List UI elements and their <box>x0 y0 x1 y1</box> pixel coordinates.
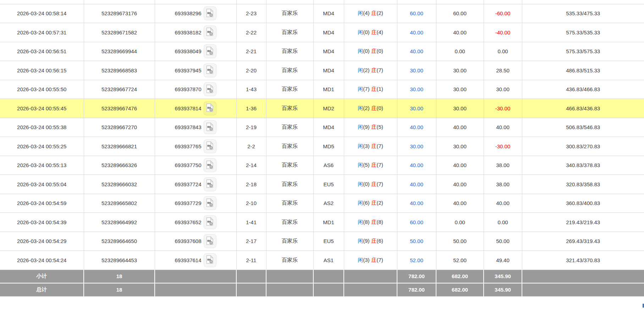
video-replay-button[interactable] <box>204 82 216 96</box>
valid-bet-link[interactable]: 30.00 <box>410 105 423 111</box>
pagination-edge[interactable] <box>643 304 644 308</box>
table-row[interactable]: 2026-03-24 00:55:50523289667724693937870… <box>0 80 644 99</box>
cell-balance: 321.43/370.83 <box>522 251 644 270</box>
cell-valid-bet: 30.00 <box>397 137 436 156</box>
video-replay-button[interactable] <box>204 6 216 20</box>
cell-order-id: 523289666032 <box>84 175 155 194</box>
game-no-wrap: 693937724 <box>155 177 236 191</box>
cell-bet: 30.00 <box>436 80 484 99</box>
valid-bet-link[interactable]: 40.00 <box>410 162 423 168</box>
video-replay-button[interactable] <box>204 26 216 39</box>
banker-score: (0) <box>377 105 383 111</box>
cell-round: 2-22 <box>236 23 266 42</box>
table-row[interactable]: 2026-03-24 00:58:14523289673176693938296… <box>0 4 644 23</box>
video-replay-button[interactable] <box>204 139 216 153</box>
cell-order-id: 523289669944 <box>84 42 155 61</box>
cell-round: 1-43 <box>236 80 266 99</box>
table-row[interactable]: 2026-03-24 00:56:15523289668583693937945… <box>0 61 644 80</box>
valid-bet-link[interactable]: 40.00 <box>410 29 423 35</box>
game-no-wrap: 693937652 <box>155 215 236 229</box>
table-row[interactable]: 2026-03-24 00:55:13523289666326693937750… <box>0 156 644 175</box>
banker-score: (7) <box>377 143 383 149</box>
video-replay-button[interactable] <box>204 158 216 172</box>
table-row[interactable]: 2026-03-24 00:55:38523289667270693937843… <box>0 118 644 137</box>
cell-win-loss: 30.00 <box>484 80 522 99</box>
broken-video-icon <box>206 141 214 151</box>
cell-result: 闲(5)庄(7) <box>344 156 397 175</box>
cell-order-id: 523289664650 <box>84 232 155 251</box>
cell-balance: 360.83/400.83 <box>522 194 644 213</box>
cell-result: 闲(0)庄(0) <box>344 42 397 61</box>
valid-bet-link[interactable]: 40.00 <box>410 181 423 187</box>
cell-game-no: 693937652 <box>155 213 236 232</box>
cell-valid-bet: 30.00 <box>397 80 436 99</box>
video-replay-button[interactable] <box>204 101 216 115</box>
valid-bet-link[interactable]: 30.00 <box>410 86 423 92</box>
cell-game-type: 百家乐 <box>266 213 313 232</box>
valid-bet-link[interactable]: 40.00 <box>410 48 423 54</box>
cell-order-id: 523289673176 <box>84 4 155 23</box>
valid-bet-link[interactable]: 60.00 <box>410 10 423 16</box>
banker-score: (0) <box>377 48 383 54</box>
video-replay-button[interactable] <box>204 44 216 58</box>
cell-game-type: 百家乐 <box>266 61 313 80</box>
table-row[interactable]: 2026-03-24 00:54:59523289665802693937729… <box>0 194 644 213</box>
banker-score: (7) <box>377 181 383 187</box>
video-replay-button[interactable] <box>204 64 216 77</box>
footer-valid-bet: 782.00 <box>397 283 436 297</box>
cell-time: 2026-03-24 00:55:25 <box>0 137 84 156</box>
table-row[interactable]: 2026-03-24 00:55:45523289667476693937814… <box>0 99 644 118</box>
cell-win-loss: -30.00 <box>484 137 522 156</box>
game-no-text: 693937652 <box>175 219 201 225</box>
table-row[interactable]: 2026-03-24 00:54:39523289664992693937652… <box>0 213 644 232</box>
video-replay-button[interactable] <box>204 196 216 210</box>
player-label: 闲 <box>358 67 363 73</box>
cell-valid-bet: 52.00 <box>397 251 436 270</box>
valid-bet-link[interactable]: 30.00 <box>410 143 423 149</box>
valid-bet-link[interactable]: 52.00 <box>410 257 423 263</box>
video-replay-button[interactable] <box>204 234 216 248</box>
valid-bet-link[interactable]: 30.00 <box>410 67 423 73</box>
table-row[interactable]: 2026-03-24 00:57:31523289671582693938182… <box>0 23 644 42</box>
table-row[interactable]: 2026-03-24 00:55:25523289666821693937765… <box>0 137 644 156</box>
game-no-wrap: 693937614 <box>155 253 236 267</box>
video-replay-button[interactable] <box>204 120 216 134</box>
cell-game-no: 693937750 <box>155 156 236 175</box>
player-label: 闲 <box>358 105 363 111</box>
cell-win-loss: 0.00 <box>484 42 522 61</box>
cell-round: 2-11 <box>236 251 266 270</box>
table-row[interactable]: 2026-03-24 00:54:24523289664453693937614… <box>0 251 644 270</box>
valid-bet-link[interactable]: 50.00 <box>410 238 423 244</box>
player-label: 闲 <box>358 238 363 244</box>
cell-table-code: AS2 <box>313 194 344 213</box>
footer-empty-cell <box>313 270 344 283</box>
video-replay-button[interactable] <box>204 177 216 191</box>
valid-bet-link[interactable]: 60.00 <box>410 219 423 225</box>
cell-result: 闲(8)庄(8) <box>344 213 397 232</box>
video-replay-button[interactable] <box>204 215 216 229</box>
broken-video-icon <box>206 255 214 265</box>
cell-result: 闲(0)庄(4) <box>344 23 397 42</box>
table-row[interactable]: 2026-03-24 00:55:04523289666032693937724… <box>0 175 644 194</box>
cell-game-type: 百家乐 <box>266 80 313 99</box>
broken-video-icon <box>206 65 214 75</box>
banker-label: 庄 <box>371 67 377 73</box>
footer-count: 18 <box>84 270 155 283</box>
cell-round: 2-2 <box>236 137 266 156</box>
banker-score: (7) <box>377 67 383 73</box>
game-no-wrap: 693937750 <box>155 158 236 172</box>
banker-score: (2) <box>377 10 383 16</box>
video-replay-button[interactable] <box>204 253 216 267</box>
cell-time: 2026-03-24 00:57:31 <box>0 23 84 42</box>
valid-bet-link[interactable]: 40.00 <box>410 124 423 130</box>
game-no-wrap: 693937814 <box>155 101 236 115</box>
footer-win-loss: 345.90 <box>484 270 522 283</box>
game-no-text: 693937814 <box>175 105 201 111</box>
table-row[interactable]: 2026-03-24 00:54:29523289664650693937608… <box>0 232 644 251</box>
table-row[interactable]: 2026-03-24 00:56:51523289669944693938049… <box>0 42 644 61</box>
game-no-wrap: 693937945 <box>155 64 236 77</box>
valid-bet-link[interactable]: 40.00 <box>410 200 423 206</box>
game-no-text: 693938296 <box>175 10 201 16</box>
cell-order-id: 523289665802 <box>84 194 155 213</box>
cell-time: 2026-03-24 00:55:13 <box>0 156 84 175</box>
